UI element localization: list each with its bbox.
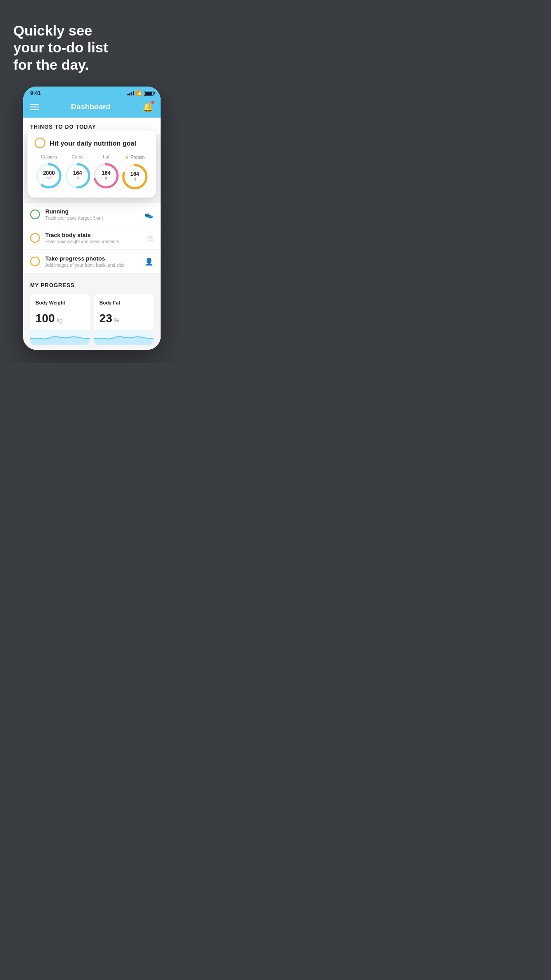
mini-chart xyxy=(30,330,90,345)
todo-title: Take progress photos xyxy=(45,255,139,262)
todo-item[interactable]: Running Track your stats (target: 5km) 👟 xyxy=(23,203,161,226)
status-bar: 9:41 📶 xyxy=(23,87,161,98)
circle-center: 164 g xyxy=(130,172,139,182)
progress-card[interactable]: Body Weight 100 kg xyxy=(30,294,90,345)
hamburger-button[interactable] xyxy=(30,104,39,110)
todo-title: Running xyxy=(45,208,139,215)
circle-ring: 164 g xyxy=(64,162,91,190)
nav-title: Dashboard xyxy=(71,103,110,111)
nutrition-item: Calories 2000 cal xyxy=(35,154,63,190)
circle-center: 164 g xyxy=(102,171,110,181)
status-time: 9:41 xyxy=(30,90,41,96)
circle-center: 2000 cal xyxy=(43,171,55,181)
progress-value-row: 23 % xyxy=(99,312,148,325)
todo-list: Running Track your stats (target: 5km) 👟… xyxy=(23,203,161,273)
hero-line3: for the day. xyxy=(13,57,89,73)
star-icon: ★ xyxy=(125,154,129,160)
shoe-icon: 👟 xyxy=(145,210,153,219)
nutrition-check[interactable] xyxy=(35,138,45,148)
nutrition-label: Carbs xyxy=(71,154,83,159)
progress-value-row: 100 kg xyxy=(35,312,84,325)
progress-card[interactable]: Body Fat 23 % xyxy=(94,294,153,345)
person-icon: 👤 xyxy=(145,257,153,266)
todo-text: Running Track your stats (target: 5km) xyxy=(45,208,139,221)
scale-icon: ⚖ xyxy=(147,234,153,242)
progress-card-title: Body Weight xyxy=(35,300,84,305)
nutrition-item: Fat 164 g xyxy=(92,154,120,190)
todo-text: Track body stats Enter your weight and m… xyxy=(45,232,142,244)
circle-ring: 164 g xyxy=(92,162,120,190)
todo-item[interactable]: Take progress photos Add images of your … xyxy=(23,250,161,273)
signal-icon xyxy=(127,91,134,95)
nutrition-item: Carbs 164 g xyxy=(64,154,91,190)
todo-subtitle: Track your stats (target: 5km) xyxy=(45,216,139,221)
circle-unit: g xyxy=(130,178,139,182)
todo-text: Take progress photos Add images of your … xyxy=(45,255,139,268)
circle-unit: g xyxy=(73,177,82,181)
circle-center: 164 g xyxy=(73,171,82,181)
progress-unit: kg xyxy=(56,317,63,324)
todo-circle xyxy=(30,233,40,243)
progress-value: 23 xyxy=(99,312,112,325)
progress-section: MY PROGRESS Body Weight 100 kg Body Fat … xyxy=(23,273,161,350)
todo-item[interactable]: Track body stats Enter your weight and m… xyxy=(23,226,161,250)
hero-line1: Quickly see xyxy=(13,23,92,39)
progress-value: 100 xyxy=(35,312,55,325)
phone-frame: 9:41 📶 Dashboard 🔔 xyxy=(23,87,161,350)
outer-wrapper: Quickly see your to-do list for the day.… xyxy=(0,0,184,350)
progress-cards: Body Weight 100 kg Body Fat 23 % xyxy=(30,294,153,345)
hero-line2: your to-do list xyxy=(13,40,108,55)
todo-circle xyxy=(30,209,40,219)
nutrition-label: Fat xyxy=(103,154,109,159)
todo-subtitle: Enter your weight and measurements xyxy=(45,239,142,244)
progress-card-title: Body Fat xyxy=(99,300,148,305)
nutrition-card: Hit your daily nutrition goal Calories 2… xyxy=(28,130,156,198)
circle-ring: 164 g xyxy=(121,163,149,190)
card-title-row: Hit your daily nutrition goal xyxy=(35,138,149,148)
nav-bar: Dashboard 🔔 xyxy=(23,98,161,118)
phone-content: THINGS TO DO TODAY Hit your daily nutrit… xyxy=(23,118,161,350)
circle-unit: cal xyxy=(43,177,55,181)
progress-unit: % xyxy=(114,317,119,324)
nutrition-label: ★ Protein xyxy=(125,154,145,160)
battery-icon xyxy=(144,91,153,96)
nutrition-row: Calories 2000 cal Carbs 164 g xyxy=(35,154,149,190)
status-icons: 📶 xyxy=(127,91,153,96)
notification-dot xyxy=(151,101,154,104)
nutrition-item: ★ Protein 164 g xyxy=(121,154,149,190)
wifi-icon: 📶 xyxy=(136,91,142,96)
notification-button[interactable]: 🔔 xyxy=(142,102,153,112)
circle-unit: g xyxy=(102,177,110,181)
todo-subtitle: Add images of your front, back, and side xyxy=(45,263,139,268)
nutrition-label: Calories xyxy=(41,154,57,159)
todo-title: Track body stats xyxy=(45,232,142,238)
hero-text: Quickly see your to-do list for the day. xyxy=(0,0,184,87)
mini-chart xyxy=(94,330,153,345)
circle-ring: 2000 cal xyxy=(35,162,63,190)
todo-circle xyxy=(30,257,40,266)
nutrition-card-title: Hit your daily nutrition goal xyxy=(50,139,136,147)
progress-title: MY PROGRESS xyxy=(30,282,153,288)
